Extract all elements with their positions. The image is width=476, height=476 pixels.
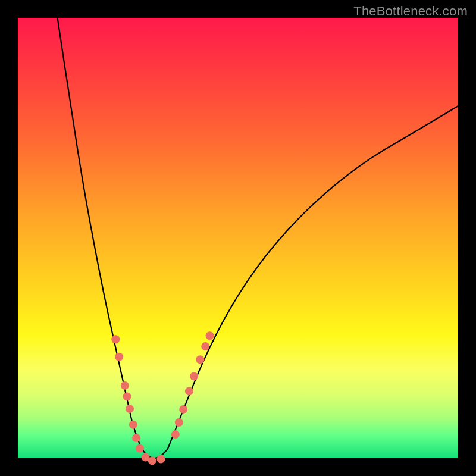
data-marker [190,372,198,380]
chart-frame: TheBottleneck.com [0,0,476,476]
data-marker [175,418,183,427]
watermark-label: TheBottleneck.com [353,4,468,19]
data-marker [157,455,165,464]
data-marker [111,335,120,343]
data-marker [185,387,193,396]
curve-layer [18,18,458,458]
data-marker [179,405,187,414]
data-marker [201,342,209,350]
data-marker [129,421,137,429]
data-marker [171,430,180,439]
data-marker [206,331,214,340]
data-marker [126,405,134,413]
data-marker [136,444,144,453]
plot-area [18,18,458,458]
data-marker [132,434,140,442]
data-marker [123,392,131,400]
bottleneck-curve [58,18,458,458]
data-marker [121,381,129,390]
data-marker [115,353,123,361]
data-marker [196,355,204,364]
marker-group [111,331,214,465]
data-marker [148,456,156,465]
